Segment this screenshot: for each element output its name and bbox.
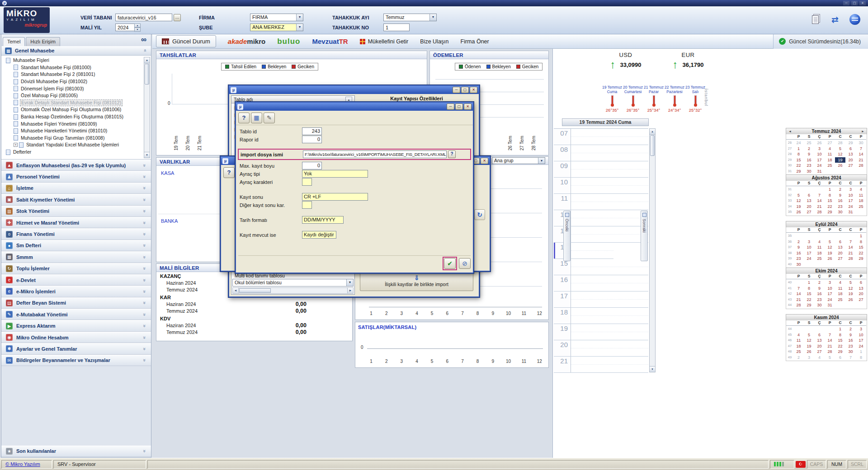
sidebar-section[interactable]: ▥Stok Yönetimi» [1, 206, 151, 217]
hour-slot[interactable] [571, 340, 648, 356]
sidebar-section[interactable]: ●Sm Defteri» [1, 240, 151, 251]
calendar-day[interactable]: 24 [825, 297, 835, 303]
sidebar-section[interactable]: ♟Personel Yönetimi» [1, 171, 151, 182]
tree-item[interactable]: Banka Hesap Özetinden Fiş Oluşturma (081… [2, 113, 151, 121]
calendar-day[interactable]: 3 [804, 355, 814, 361]
calendar-day[interactable]: 28 [825, 349, 835, 355]
dialog-minimize-button[interactable]: ─ [453, 87, 460, 93]
scroll-down-icon[interactable]: ▾ [650, 366, 655, 372]
tree-item[interactable]: Muhasebe Fişleri [2, 57, 151, 64]
sidebar-section[interactable]: ▦Smmm» [1, 251, 151, 263]
calendar-hour-row[interactable]: 17 [554, 291, 648, 308]
tab-hizli-erisim[interactable]: Hızlı Erişim [26, 37, 60, 46]
calendar-scrollbar[interactable]: ▴ ▾ [649, 128, 656, 372]
menu-sphere-button[interactable] [847, 11, 863, 28]
table-select-combo[interactable]: Okul bölümleri tablosu ▾ [232, 279, 354, 287]
hour-slot[interactable] [571, 243, 613, 258]
hour-slot[interactable] [571, 145, 648, 161]
search-binoculars-icon[interactable]: ∞ [141, 36, 146, 43]
calendar-day[interactable]: 28 [814, 209, 825, 215]
calendar-hour-row[interactable]: 07 [554, 129, 648, 145]
calendar-day[interactable]: 12 [835, 151, 845, 157]
calendar-day[interactable]: 16 [814, 291, 825, 297]
calendar-day[interactable]: 27 [845, 163, 856, 169]
calendar-day[interactable]: 21 [825, 343, 835, 349]
calendar-day[interactable]: 27 [856, 297, 866, 303]
next-appointment-tab[interactable]: Sonraki [641, 211, 648, 261]
calendar-day[interactable]: 3 [856, 326, 866, 332]
hour-slot[interactable] [571, 129, 648, 145]
help-button[interactable]: ? [223, 167, 235, 178]
calendar-day[interactable]: 26 [804, 349, 814, 355]
veritabani-input[interactable]: faturacevirici_v16 [115, 14, 172, 21]
tree-item[interactable]: +Standart Yapıdaki Excel Muhasebe İşleml… [2, 141, 151, 149]
banka-label[interactable]: BANKA [161, 218, 178, 224]
field-input[interactable]: 0 [302, 162, 322, 169]
calendar-day[interactable]: 31 [845, 209, 856, 215]
calendar-day[interactable]: 19 [835, 157, 845, 163]
field-input[interactable] [302, 201, 312, 209]
calendar-day[interactable]: 23 [804, 163, 814, 169]
calendar-day[interactable]: 7 [845, 355, 856, 361]
calendar-day[interactable]: 28 [793, 302, 804, 308]
horizontal-scrollbar[interactable]: ◄ ► [232, 287, 354, 294]
mukellefini-getir-link[interactable]: Mükellefini Getir [360, 38, 409, 45]
calendar-day[interactable]: 25 [856, 204, 866, 210]
calendar-day[interactable]: 18 [825, 157, 835, 163]
help-button[interactable]: ? [238, 113, 250, 123]
calendar-day[interactable]: 1 [793, 146, 804, 152]
dialog-close-button[interactable]: ✕ [481, 158, 488, 164]
calendar-day[interactable]: 30 [814, 302, 825, 308]
calendar-day[interactable]: 19 [793, 204, 804, 210]
calendar-day[interactable]: 14 [845, 244, 856, 250]
calendar-day[interactable]: 1 [835, 326, 845, 332]
expand-plus-icon[interactable]: + [14, 143, 18, 147]
hour-slot[interactable] [571, 259, 648, 275]
calendar-day[interactable]: 5 [825, 239, 835, 245]
calendar-day[interactable]: 9 [845, 332, 856, 338]
calendar-day[interactable]: 26 [835, 163, 845, 169]
calendar-day[interactable]: 24 [793, 140, 804, 146]
sube-combo[interactable]: ANA MERKEZ ▾ [250, 24, 303, 31]
calendar-day[interactable]: 3 [845, 187, 856, 193]
field-input[interactable]: CR +LF [302, 193, 368, 201]
firma-oner-link[interactable]: Firma Öner [461, 38, 489, 45]
calendar-day[interactable]: 12 [825, 244, 835, 250]
calendar-day[interactable]: 17 [814, 157, 825, 163]
buluo-logo[interactable]: buluo [277, 37, 300, 46]
veritabani-browse-button[interactable]: … [174, 14, 181, 21]
sync-button[interactable]: ⇄ [827, 11, 843, 28]
calendar-day[interactable]: 15 [825, 198, 835, 204]
calendar-day[interactable]: 21 [845, 250, 856, 256]
calendar-day[interactable]: 9 [793, 244, 804, 250]
calendar-day[interactable]: 13 [856, 286, 866, 291]
dialog-maximize-button[interactable]: ▢ [455, 103, 463, 110]
tree-scrollbar[interactable]: ▴ ▾ [144, 57, 150, 158]
calendar-day[interactable]: 1 [825, 187, 835, 193]
calendar-day[interactable]: 11 [825, 151, 835, 157]
calendar-day[interactable]: 9 [804, 151, 814, 157]
calendar-hour-row[interactable]: 09 [554, 161, 648, 178]
calendar-day[interactable]: 7 [793, 286, 804, 291]
calendar-day[interactable]: 22 [793, 163, 804, 169]
calendar-day[interactable]: 10 [856, 332, 866, 338]
field-input[interactable]: Kaydı değiştir [302, 231, 336, 239]
calendar-day[interactable]: 13 [814, 338, 825, 343]
calendar-day[interactable]: 11 [835, 286, 845, 291]
calendar-day[interactable]: 6 [804, 193, 814, 198]
calendar-day[interactable]: 31 [825, 302, 835, 308]
calendar-prev-icon[interactable]: ◄ [788, 128, 792, 134]
calendar-day[interactable]: 1 [856, 233, 866, 239]
calendar-day[interactable]: 22 [856, 250, 866, 256]
calendar-day[interactable]: 30 [856, 140, 866, 146]
bize-ulasin-link[interactable]: Bize Ulaşın [420, 38, 448, 45]
sidebar-section[interactable]: ★Son kullanılanlar» [1, 446, 151, 457]
tree-item[interactable]: Özel Mahsup Fişi (081005) [2, 92, 151, 99]
calendar-day[interactable]: 28 [835, 140, 845, 146]
calendar-day[interactable]: 29 [804, 302, 814, 308]
previous-appointment-tab[interactable]: Önceki [563, 211, 571, 261]
calendar-hour-row[interactable]: 18 [554, 308, 648, 324]
calendar-day[interactable]: 20 [856, 291, 866, 297]
calendar-day[interactable]: 15 [835, 338, 845, 343]
calendar-day[interactable]: 26 [845, 297, 856, 303]
